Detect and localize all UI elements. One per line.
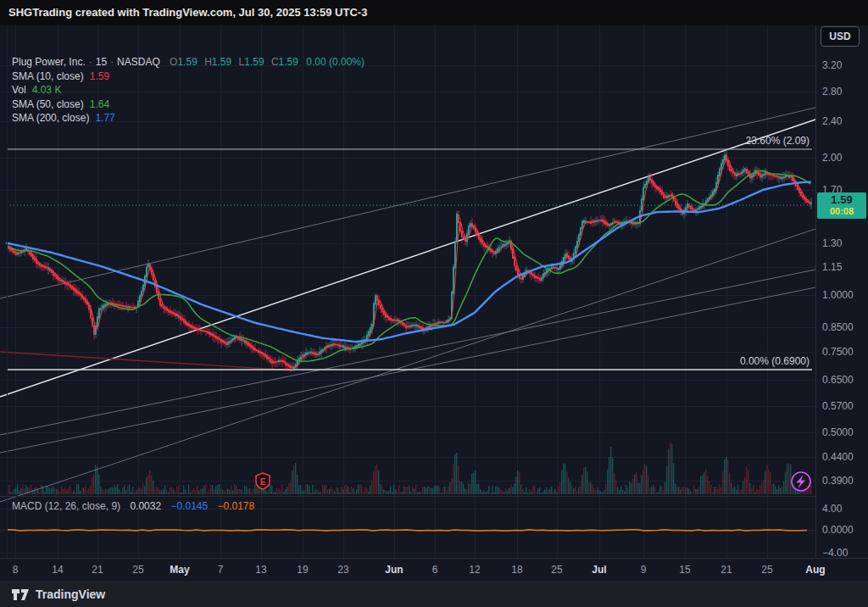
time-axis-label: Jul	[592, 564, 606, 576]
indicator-label: SMA (10, close)	[12, 70, 84, 82]
time-axis-label: May	[170, 564, 189, 576]
indicator-rows: SMA (10, close)1.59Vol4.03 KSMA (50, clo…	[12, 70, 364, 125]
bar-countdown: 00:08	[817, 206, 866, 217]
ohlc-values: O1.59 H1.59 L1.59 C1.59 0.00 (0.00%)	[170, 56, 364, 68]
indicator-value: 1.64	[90, 98, 109, 110]
time-axis-label: 13	[255, 564, 266, 576]
price-axis-label: 0.4400	[822, 451, 854, 463]
price-axis-label: 0.8500	[822, 321, 854, 333]
price-axis-label: 1.0000	[822, 289, 854, 301]
tradingview-logo[interactable]: TradingView	[12, 588, 105, 601]
time-axis-label: Jun	[385, 564, 403, 576]
symbol-row[interactable]: Plug Power, Inc.·15·NASDAQ O1.59 H1.59 L…	[12, 55, 364, 70]
price-axis-label: 2.80	[822, 86, 842, 97]
macd-line-value: −0.0145	[170, 500, 208, 512]
price-axis-label: 0.7500	[822, 346, 854, 358]
svg-text:E: E	[260, 477, 266, 487]
time-axis-label: 9	[641, 564, 647, 576]
watermark-text: SHGTrading created with TradingView.com,…	[8, 6, 367, 19]
current-price-badge[interactable]: 1.59 00:08	[817, 192, 866, 219]
usd-button[interactable]: USD	[821, 26, 860, 47]
time-axis-label: 6	[432, 564, 438, 576]
interval: 15	[96, 56, 107, 68]
footer-bar: TradingView	[0, 580, 868, 607]
macd-axis-label: −4.00	[822, 547, 848, 559]
price-axis-label: 2.00	[822, 152, 842, 164]
tradingview-logo-icon	[12, 588, 30, 601]
indicator-value: 4.03 K	[32, 84, 62, 96]
indicator-label: SMA (50, close)	[12, 98, 84, 110]
time-axis-label: 23	[337, 564, 348, 576]
time-axis-label: 25	[132, 564, 143, 576]
price-axis-label: 0.3900	[822, 475, 854, 487]
fib-label: 23.60% (2.09)	[746, 135, 810, 147]
price-axis-label: 0.5000	[822, 426, 854, 438]
macd-signal-value: −0.0178	[218, 500, 255, 512]
fib-label: 0.00% (0.6900)	[740, 355, 810, 367]
earnings-icon[interactable]: E	[256, 473, 270, 489]
macd-axis-label: 0.0000	[822, 524, 854, 536]
change-value: 0.00 (0.00%)	[306, 56, 364, 68]
time-axis-label: 25	[551, 564, 562, 576]
time-axis-label: 18	[511, 564, 522, 576]
time-axis-label: 14	[52, 564, 63, 576]
indicator-label: SMA (200, close)	[12, 112, 89, 124]
macd-legend[interactable]: MACD (12, 26, close, 9) 0.0032 −0.0145 −…	[12, 500, 254, 512]
time-axis[interactable]: 8142125May7131923Jun6121825Jul9152125Aug	[0, 558, 868, 581]
indicator-row[interactable]: Vol4.03 K	[12, 83, 364, 97]
time-axis-label: 12	[469, 564, 480, 576]
price-axis-label: 2.40	[822, 115, 842, 127]
indicator-row[interactable]: SMA (10, close)1.59	[12, 70, 364, 84]
indicator-row[interactable]: SMA (50, close)1.64	[12, 97, 364, 112]
time-axis-label: Aug	[805, 564, 825, 576]
current-price: 1.59	[817, 193, 866, 206]
indicator-label: Vol	[12, 84, 26, 96]
macd-title: MACD (12, 26, close, 9)	[12, 500, 120, 512]
time-axis-label: 19	[297, 564, 308, 576]
time-axis-label: 7	[218, 564, 224, 576]
watermark-bar: SHGTrading created with TradingView.com,…	[0, 0, 868, 25]
time-axis-label: 21	[721, 564, 732, 576]
price-axis-label: 1.15	[822, 261, 842, 273]
time-axis-label: 25	[761, 564, 772, 576]
macd-axis-label: 4.00	[822, 503, 842, 515]
chart-area[interactable]: E Plug Power, Inc.·15·NASDAQ O1.59 H1.59…	[0, 25, 815, 558]
macd-hist-value: 0.0032	[130, 500, 161, 512]
indicator-value: 1.77	[95, 112, 114, 124]
legend: Plug Power, Inc.·15·NASDAQ O1.59 H1.59 L…	[12, 55, 364, 125]
lightning-button[interactable]	[792, 472, 810, 491]
price-axis-label: 0.6500	[822, 374, 854, 386]
time-axis-label: 8	[13, 564, 19, 576]
price-axis[interactable]: USD 3.202.802.402.001.701.301.151.00000.…	[815, 25, 868, 558]
tradingview-logo-text: TradingView	[36, 588, 105, 601]
time-axis-label: 15	[679, 564, 690, 576]
tradingview-chart-window: SHGTrading created with TradingView.com,…	[0, 0, 868, 607]
indicator-value: 1.59	[90, 70, 109, 82]
price-axis-label: 0.5700	[822, 400, 854, 412]
indicator-row[interactable]: SMA (200, close)1.77	[12, 111, 364, 125]
price-axis-label: 3.20	[822, 59, 842, 71]
exchange: NASDAQ	[117, 56, 160, 68]
symbol-name: Plug Power, Inc.	[12, 56, 86, 68]
price-axis-label: 1.30	[822, 237, 842, 249]
time-axis-label: 21	[92, 564, 103, 576]
